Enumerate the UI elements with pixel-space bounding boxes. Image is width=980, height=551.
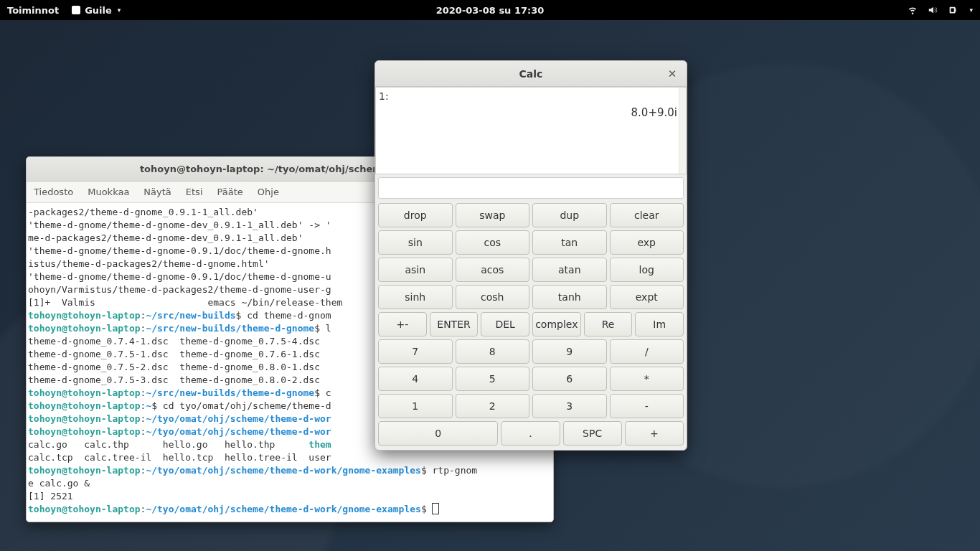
menu-search[interactable]: Etsi bbox=[186, 187, 203, 197]
digit-8-button[interactable]: 8 bbox=[456, 339, 530, 364]
cursor bbox=[433, 504, 438, 514]
menu-help[interactable]: Ohje bbox=[258, 187, 279, 197]
spc-button[interactable]: SPC bbox=[563, 421, 622, 446]
close-button[interactable]: ✕ bbox=[665, 67, 679, 81]
calc-entry-input[interactable] bbox=[378, 177, 684, 199]
app-icon bbox=[72, 6, 80, 14]
digit-3-button[interactable]: 3 bbox=[532, 394, 607, 418]
digit-9-button[interactable]: 9 bbox=[532, 339, 607, 364]
calc-stack-display: 1: 8.0+9.0i bbox=[375, 87, 687, 174]
menu-file[interactable]: Tiedosto bbox=[34, 187, 73, 197]
app-menu[interactable]: Guile ▾ bbox=[72, 5, 121, 16]
calc-titlebar[interactable]: Calc ✕ bbox=[375, 61, 687, 87]
digit-1-button[interactable]: 1 bbox=[378, 394, 453, 418]
drop-button[interactable]: drop bbox=[378, 203, 453, 227]
exp-button[interactable]: exp bbox=[610, 230, 684, 255]
decimal-button[interactable]: . bbox=[501, 421, 560, 446]
clock[interactable]: 2020-03-08 su 17:30 bbox=[436, 5, 545, 16]
cos-button[interactable]: cos bbox=[456, 230, 530, 255]
cosh-button[interactable]: cosh bbox=[456, 285, 530, 309]
atan-button[interactable]: atan bbox=[532, 258, 607, 282]
enter-button[interactable]: ENTER bbox=[430, 312, 479, 336]
system-menu-chevron-icon[interactable]: ▾ bbox=[969, 6, 973, 14]
multiply-button[interactable]: * bbox=[610, 367, 684, 391]
del-button[interactable]: DEL bbox=[481, 312, 529, 336]
minus-button[interactable]: - bbox=[610, 394, 684, 418]
stack-level-label: 1: bbox=[379, 90, 389, 102]
calc-keypad: drop swap dup clear sin cos tan exp asin… bbox=[375, 202, 687, 450]
plus-button[interactable]: + bbox=[625, 421, 684, 446]
sinh-button[interactable]: sinh bbox=[378, 285, 453, 309]
chevron-down-icon: ▾ bbox=[118, 6, 121, 14]
calc-window: Calc ✕ 1: 8.0+9.0i drop swap dup clear s… bbox=[374, 60, 687, 451]
stack-value: 8.0+9.0i bbox=[631, 106, 677, 119]
im-button[interactable]: Im bbox=[635, 312, 684, 336]
re-button[interactable]: Re bbox=[584, 312, 633, 336]
menu-edit[interactable]: Muokkaa bbox=[88, 187, 129, 197]
digit-6-button[interactable]: 6 bbox=[532, 367, 607, 391]
menu-view[interactable]: Näytä bbox=[143, 187, 171, 197]
activities-button[interactable]: Toiminnot bbox=[7, 5, 59, 16]
volume-icon[interactable] bbox=[928, 5, 938, 15]
tan-button[interactable]: tan bbox=[532, 230, 607, 255]
battery-icon[interactable] bbox=[948, 5, 958, 15]
digit-2-button[interactable]: 2 bbox=[456, 394, 530, 418]
scrollbar[interactable] bbox=[679, 88, 686, 174]
digit-7-button[interactable]: 7 bbox=[378, 339, 453, 364]
digit-4-button[interactable]: 4 bbox=[378, 367, 453, 391]
wifi-icon[interactable] bbox=[908, 5, 918, 15]
log-button[interactable]: log bbox=[610, 258, 684, 282]
calc-title: Calc bbox=[519, 68, 543, 80]
divide-button[interactable]: / bbox=[610, 339, 684, 364]
menu-terminal[interactable]: Pääte bbox=[217, 187, 243, 197]
close-icon: ✕ bbox=[668, 67, 677, 80]
plusminus-button[interactable]: +- bbox=[378, 312, 427, 336]
dup-button[interactable]: dup bbox=[532, 203, 607, 227]
acos-button[interactable]: acos bbox=[456, 258, 530, 282]
clear-button[interactable]: clear bbox=[610, 203, 684, 227]
asin-button[interactable]: asin bbox=[378, 258, 453, 282]
gnome-topbar: Toiminnot Guile ▾ 2020-03-08 su 17:30 ▾ bbox=[0, 0, 980, 20]
digit-5-button[interactable]: 5 bbox=[456, 367, 530, 391]
digit-0-button[interactable]: 0 bbox=[378, 421, 498, 446]
complex-button[interactable]: complex bbox=[532, 312, 581, 336]
tanh-button[interactable]: tanh bbox=[532, 285, 607, 309]
app-menu-label: Guile bbox=[85, 5, 112, 16]
expt-button[interactable]: expt bbox=[610, 285, 684, 309]
sin-button[interactable]: sin bbox=[378, 230, 453, 255]
swap-button[interactable]: swap bbox=[456, 203, 530, 227]
